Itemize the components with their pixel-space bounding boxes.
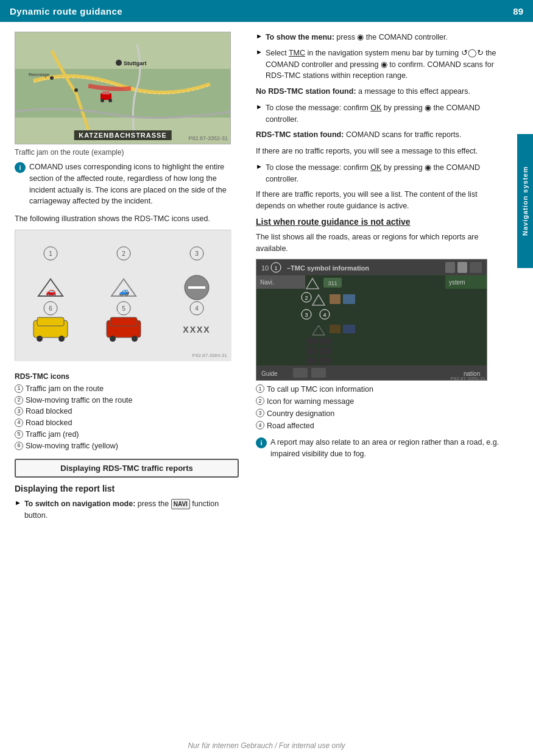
tmc-label: TMC: [289, 49, 305, 57]
item-num-6: 6: [15, 442, 23, 450]
caption-num-1: 1: [256, 384, 264, 393]
bullet-switch-nav-label: To switch on navigation mode:: [24, 500, 135, 508]
bullet-close-msg-text: To close the message: confirm OK by pres…: [266, 102, 500, 125]
item-num-5: 5: [15, 430, 23, 439]
svg-text:ystem: ystem: [449, 279, 465, 286]
svg-point-10: [108, 99, 112, 102]
svg-text:🚗: 🚗: [46, 286, 57, 297]
caption-text-4: Road affected: [267, 420, 314, 432]
bullet-close-msg: ► To close the message: confirm OK by pr…: [256, 102, 500, 125]
right-column: ► To show the menu: press ◉ the COMAND c…: [250, 22, 509, 535]
item-text-1: Traffic jam on the route: [26, 383, 104, 395]
bullet-switch-nav: ► To switch on navigation mode: press th…: [15, 498, 239, 521]
caption-text-3: Country designation: [267, 408, 334, 420]
svg-rect-59: [330, 294, 341, 304]
item-num-3: 3: [15, 407, 23, 415]
svg-text:3: 3: [305, 312, 308, 318]
map-reference: P82.87-3352-31: [188, 135, 228, 141]
caption-item-1: 1 To call up TMC icon information: [256, 383, 500, 395]
icons-diagram: 1 2 3 🚗 🚙 6: [15, 230, 231, 361]
page-title: Dynamic route guidance: [10, 6, 122, 16]
svg-text:Renninge: Renninge: [29, 72, 50, 77]
no-station-found: No RDS-TMC station found: a message to t…: [256, 86, 500, 97]
svg-text:2: 2: [305, 295, 308, 301]
station-found-label: RDS-TMC station found:: [256, 130, 344, 139]
svg-rect-46: [445, 262, 455, 273]
list-item: 4 Road blocked: [15, 417, 239, 429]
display-section-box: Displaying RDS-TMC traffic reports: [15, 459, 239, 478]
no-traffic-text: If there are no traffic reports, you wil…: [256, 146, 500, 157]
svg-rect-35: [110, 317, 137, 326]
ok-label: OK: [370, 104, 381, 112]
svg-point-4: [50, 76, 54, 80]
svg-text:P82.87-3350-31: P82.87-3350-31: [451, 376, 486, 381]
svg-text:5: 5: [122, 305, 125, 312]
info-block: i COMAND uses corresponding icons to hig…: [15, 161, 239, 207]
list-description: The list shows all the roads, areas or r…: [256, 231, 500, 255]
svg-rect-48: [470, 262, 482, 273]
traffic-reports-text: If there are traffic reports, you will s…: [256, 189, 500, 212]
item-num-4: 4: [15, 419, 23, 427]
station-found: RDS-TMC station found: COMAND scans for …: [256, 129, 500, 141]
info-text: COMAND uses corresponding icons to highl…: [29, 161, 239, 207]
bullet-close-msg2: ► To close the message: confirm OK by pr…: [256, 162, 500, 185]
svg-text:P82.87-3364-31: P82.87-3364-31: [192, 353, 228, 358]
item-text-3: Road blocked: [26, 406, 72, 417]
list-heading: List when route guidance is not active: [256, 217, 500, 227]
icons-list: 1 Traffic jam on the route 2 Slow-moving…: [15, 383, 239, 452]
bullet-show-menu-text: To show the menu: press ◉ the COMAND con…: [266, 32, 448, 43]
svg-text:1: 1: [49, 250, 52, 257]
caption-text-1: To call up TMC icon information: [267, 383, 373, 395]
caption-text-2: Icon for warning message: [267, 395, 354, 408]
svg-rect-68: [306, 337, 317, 345]
svg-point-9: [101, 99, 104, 102]
list-item: 5 Traffic jam (red): [15, 429, 239, 440]
svg-rect-47: [457, 262, 467, 273]
svg-point-36: [110, 336, 116, 342]
svg-text:–TMC symbol information: –TMC symbol information: [287, 264, 369, 272]
svg-text:XXXX: XXXX: [183, 325, 210, 334]
svg-point-6: [74, 88, 78, 92]
svg-point-32: [37, 336, 43, 342]
ok-label2: OK: [370, 163, 381, 172]
bullet-close-msg2-text: To close the message: confirm OK by pres…: [266, 162, 500, 185]
sidebar-label: Navigation system: [517, 134, 533, 268]
subsection-title: Displaying the report list: [15, 484, 239, 493]
page-body: Stuttgart Renninge KATZENBACHSTRASSE P82…: [0, 22, 533, 535]
station-found-text: COMAND scans for traffic reports.: [344, 130, 461, 139]
caption-num-3: 3: [256, 409, 264, 417]
display-section-title: Displaying RDS-TMC traffic reports: [22, 464, 231, 473]
list-item: 2 Slow-moving traffic on the route: [15, 395, 239, 406]
svg-rect-60: [343, 294, 355, 304]
bullet-show-menu: ► To show the menu: press ◉ the COMAND c…: [256, 32, 500, 43]
caption-num-4: 4: [256, 421, 264, 429]
show-menu-label: To show the menu:: [266, 33, 334, 41]
list-item: 1 Traffic jam on the route: [15, 383, 239, 395]
caption-item-2: 2 Icon for warning message: [256, 395, 500, 408]
svg-text:311: 311: [328, 280, 337, 286]
list-item: 3 Road blocked: [15, 406, 239, 417]
info-icon-right: i: [256, 437, 267, 448]
bullet-select-tmc-text: Select TMC in the navigation system menu…: [266, 48, 500, 82]
svg-rect-73: [320, 357, 332, 364]
tmc-screenshot: 10 1 –TMC symbol information Navi. 311: [256, 259, 487, 381]
info-icon: i: [15, 162, 26, 173]
svg-text:4: 4: [195, 305, 199, 312]
svg-point-33: [58, 336, 65, 342]
page-header: Dynamic route guidance 89: [0, 0, 533, 22]
rds-label: RDS-TMC icons: [15, 372, 239, 381]
item-text-2: Slow-moving traffic on the route: [26, 395, 133, 406]
bullet-select-tmc: ► Select TMC in the navigation system me…: [256, 48, 500, 82]
map-caption: Traffic jam on the route (example): [15, 148, 239, 157]
svg-text:Navi.: Navi.: [260, 279, 274, 286]
svg-text:1: 1: [274, 265, 277, 271]
bullet-arrow-icon: ►: [256, 48, 263, 55]
list-item: 6 Slow-moving traffic (yellow): [15, 440, 239, 452]
page-number: 89: [513, 6, 523, 16]
bullet-arrow-icon: ►: [256, 163, 263, 170]
screenshot-captions: 1 To call up TMC icon information 2 Icon…: [256, 383, 500, 432]
svg-rect-70: [306, 347, 317, 355]
item-num-2: 2: [15, 396, 23, 404]
svg-point-37: [132, 336, 138, 342]
left-column: Stuttgart Renninge KATZENBACHSTRASSE P82…: [0, 22, 250, 535]
